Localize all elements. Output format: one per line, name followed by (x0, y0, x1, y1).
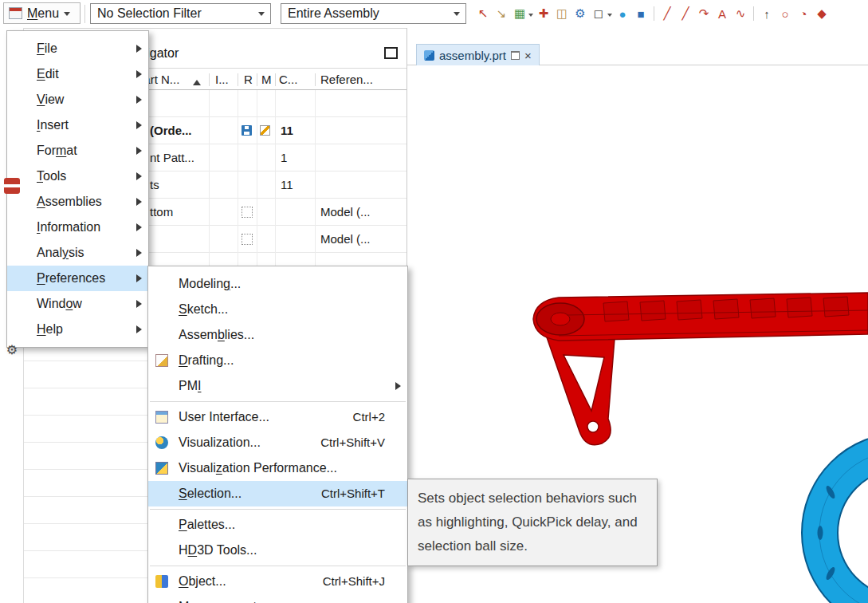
select-arrow-icon[interactable]: ↖ (475, 6, 491, 22)
row-count: 1 (281, 151, 287, 164)
menu-item-help[interactable]: Help (7, 317, 148, 342)
menu-item-tools[interactable]: Tools (7, 164, 148, 189)
column-divider (238, 73, 238, 86)
restore-icon[interactable] (511, 51, 520, 60)
snap-quadrant-point-icon[interactable]: ○ (777, 6, 793, 22)
snap-point-on-curve-icon[interactable]: A (714, 6, 730, 22)
column-count[interactable]: C... (279, 73, 297, 86)
menu-item-label: Help (37, 322, 63, 337)
red-part-gusset[interactable] (547, 337, 615, 445)
menu-button[interactable]: Menu (3, 2, 81, 24)
reuse-library-icon[interactable] (3, 177, 21, 195)
submenu-arrow-icon (136, 70, 142, 78)
submenu-arrow-icon (395, 382, 401, 390)
menu-item-view[interactable]: View (7, 87, 148, 112)
menu-item-insert[interactable]: Insert (7, 112, 148, 138)
checkbox[interactable] (242, 234, 253, 245)
grid-options-icon[interactable]: ▦ (512, 6, 533, 22)
snap-intersection-icon[interactable]: ◆ (814, 6, 830, 22)
column-info[interactable]: I... (215, 73, 229, 86)
submenu-item-label: Visualization Performance... (179, 461, 337, 475)
menu-item-analysis[interactable]: Analysis (7, 240, 148, 266)
rectangle-glyph: ◻ (591, 6, 607, 22)
sort-ascending-icon (193, 76, 201, 85)
window-icon[interactable] (384, 47, 398, 59)
snap-tangent-point-icon[interactable]: ∿ (732, 6, 748, 22)
submenu-item-palettes[interactable]: Palettes... (148, 512, 407, 538)
submenu-item-label: Assemblies... (179, 328, 254, 342)
submenu-item-pmi[interactable]: PMI (148, 373, 407, 399)
tab-label: assembly.prt (439, 49, 506, 62)
copy-windows-icon[interactable]: ◫ (554, 6, 570, 22)
cube-display-icon[interactable]: ■ (633, 6, 649, 22)
toolbar-separator (84, 5, 85, 23)
submenu-arrow-icon (136, 121, 142, 129)
snap-arc-icon[interactable]: ↷ (696, 6, 712, 22)
submenu-item-object[interactable]: Object... Ctrl+Shift+J (148, 569, 407, 594)
submenu-arrow-icon (136, 325, 142, 333)
submenu-item-assemblies[interactable]: Assemblies... (148, 322, 407, 348)
submenu-item-hd3d-tools[interactable]: HD3D Tools... (148, 538, 407, 563)
menu-item-edit[interactable]: Edit (7, 61, 148, 87)
menu-separator (150, 509, 406, 510)
submenu-item-user-interface[interactable]: User Interface... Ctrl+2 (148, 404, 407, 430)
gear-icon[interactable]: ⚙ (572, 6, 588, 22)
snap-existing-point-icon[interactable]: ◔ (795, 6, 811, 22)
snap-end-point-icon[interactable]: ╱ (659, 6, 675, 22)
object-icon (155, 575, 168, 588)
selection-filter-combo[interactable]: No Selection Filter (90, 3, 271, 24)
snap-arc-center-icon[interactable]: ↑ (759, 6, 775, 22)
row-name[interactable]: (Orde... (150, 124, 192, 137)
submenu-item-visualization[interactable]: Visualization... Ctrl+Shift+V (148, 430, 407, 455)
submenu-item-selection[interactable]: Selection... Ctrl+Shift+T (148, 481, 407, 506)
rectangle-select-icon[interactable]: ◻ (591, 6, 612, 22)
plus-icon[interactable]: ✚ (536, 6, 552, 22)
column-divider (275, 73, 276, 86)
submenu-arrow-icon (136, 198, 142, 206)
menu-item-label: File (37, 41, 57, 56)
column-reference[interactable]: Referen... (320, 73, 373, 86)
top-toolbar: Menu No Selection Filter Entire Assembly… (0, 0, 868, 29)
menu-item-file[interactable]: File (7, 36, 148, 61)
menu-item-preferences[interactable]: Preferences (7, 266, 148, 291)
history-icon[interactable]: ⚙ (3, 341, 21, 358)
row-count: 11 (281, 124, 293, 137)
menu-item-label: Insert (37, 118, 69, 132)
snap-mid-point-icon[interactable]: ╱ (678, 6, 693, 22)
menu-item-assemblies[interactable]: Assemblies (7, 189, 148, 215)
column-divider (257, 73, 257, 86)
sphere-display-icon[interactable]: ● (615, 6, 630, 22)
menu-item-label: Analysis (37, 246, 84, 260)
submenu-item-label: Sketch... (179, 302, 228, 317)
menu-item-label: Information (37, 220, 100, 235)
saved-icon (242, 125, 252, 136)
selection-scope-combo[interactable]: Entire Assembly (281, 3, 466, 24)
submenu-arrow-icon (136, 172, 142, 180)
row-name[interactable]: ttom (150, 205, 173, 219)
menu-item-format[interactable]: Format (7, 138, 148, 164)
row-name[interactable]: nt Patt... (150, 151, 194, 164)
submenu-item-label: Drafting... (179, 353, 234, 368)
shortcut-label: Ctrl+Shift+J (323, 574, 385, 588)
menu-item-label: Edit (37, 67, 59, 81)
column-readonly[interactable]: R (244, 73, 253, 86)
submenu-item-modeling[interactable]: Modeling... (148, 271, 407, 297)
close-icon[interactable]: × (524, 49, 532, 61)
chevron-down-icon (258, 12, 265, 19)
checkbox[interactable] (242, 207, 253, 218)
deselect-arrow-icon[interactable]: ↘ (493, 6, 509, 22)
submenu-item-label: User Interface... (179, 410, 269, 424)
tab-assembly-prt[interactable]: assembly.prt × (416, 44, 540, 65)
submenu-item-visualization-performance[interactable]: Visualization Performance... (148, 455, 407, 481)
menu-item-window[interactable]: Window (7, 291, 148, 317)
tooltip-text: Sets object selection behaviors such as … (418, 491, 638, 554)
grid-glyph: ▦ (512, 6, 528, 22)
row-name[interactable]: ts (150, 178, 159, 191)
column-modified[interactable]: M (261, 73, 272, 86)
submenu-item-measurement[interactable]: Measurement... (148, 594, 407, 603)
chevron-down-icon (454, 12, 460, 19)
submenu-item-sketch[interactable]: Sketch... (148, 297, 407, 322)
chevron-down-icon (64, 12, 70, 19)
submenu-item-drafting[interactable]: Drafting... (148, 348, 407, 373)
menu-item-information[interactable]: Information (7, 215, 148, 240)
